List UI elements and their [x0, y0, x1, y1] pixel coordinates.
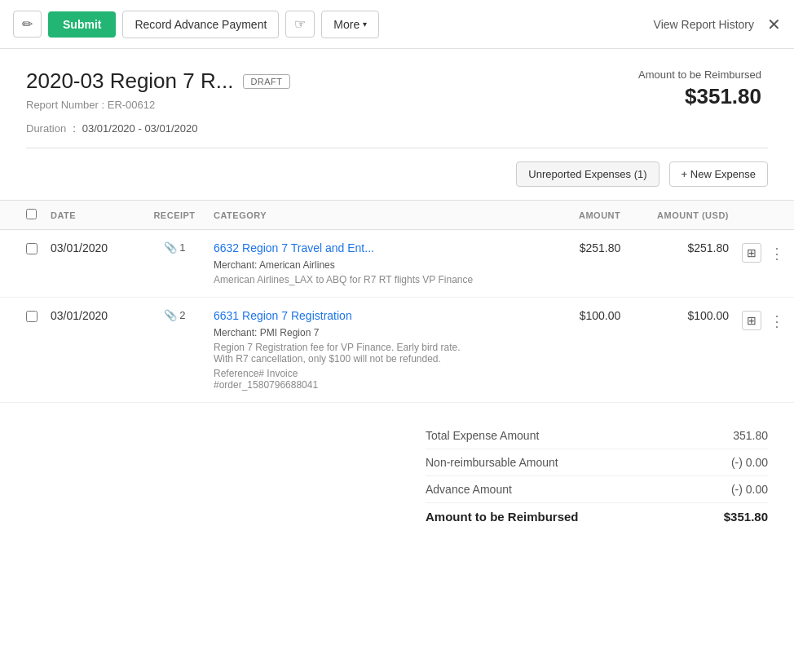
row2-description: Region 7 Registration fee for VP Finance… — [214, 342, 474, 365]
amount-header: AMOUNT — [557, 201, 627, 230]
toolbar: ✏ Submit Record Advance Payment ☞ More ▾… — [0, 0, 794, 49]
new-expense-button[interactable]: + New Expense — [669, 161, 768, 187]
row1-menu-button[interactable]: ⋮ — [766, 243, 787, 264]
row1-actions: ⊞ ⋮ — [735, 230, 794, 298]
unreported-expenses-button[interactable]: Unreported Expenses (1) — [516, 161, 659, 187]
action-bar: Unreported Expenses (1) + New Expense — [0, 148, 794, 200]
summary-reimbursed-value: $351.80 — [724, 510, 768, 524]
row1-expand-button[interactable]: ⊞ — [742, 243, 761, 263]
row1-action-icons: ⊞ ⋮ — [742, 241, 787, 264]
row2-category: 6631 Region 7 Registration Merchant: PMI… — [207, 298, 557, 403]
summary-advance-label: Advance Amount — [426, 483, 512, 496]
duration-separator: : — [73, 122, 76, 135]
table-row: 03/01/2020 📎 1 6632 Region 7 Travel and … — [0, 230, 794, 298]
amount-usd-header: AMOUNT (USD) — [627, 201, 735, 230]
expense-table: DATE RECEIPT CATEGORY AMOUNT AMOUNT (USD… — [0, 200, 794, 403]
row2-reference: Reference# Invoice #order_1580796688041 — [214, 368, 550, 391]
row1-merchant: Merchant: American Airlines — [214, 259, 550, 271]
row2-reference-value: #order_1580796688041 — [214, 379, 318, 391]
report-info: 2020-03 Region 7 R... DRAFT Report Numbe… — [26, 69, 638, 135]
more-button[interactable]: More ▾ — [321, 11, 379, 38]
record-payment-button[interactable]: Record Advance Payment — [122, 11, 279, 38]
close-button[interactable]: ✕ — [767, 15, 781, 34]
attachment-icon: 📎 — [164, 309, 177, 321]
row2-actions: ⊞ ⋮ — [735, 298, 794, 403]
summary-total-label: Total Expense Amount — [426, 429, 539, 442]
row1-receipt-count: 1 — [179, 241, 185, 254]
row2-amount-usd: $100.00 — [627, 298, 735, 403]
report-header: 2020-03 Region 7 R... DRAFT Report Numbe… — [0, 49, 794, 148]
toolbar-right: View Report History ✕ — [654, 15, 781, 34]
report-number-value: ER-00612 — [108, 99, 156, 111]
summary-row-advance: Advance Amount (-) 0.00 — [426, 476, 768, 503]
row2-receipt: 📎 2 — [142, 298, 207, 403]
row1-category: 6632 Region 7 Travel and Ent... Merchant… — [207, 230, 557, 298]
report-number: Report Number : ER-00612 — [26, 99, 638, 111]
row1-date: 03/01/2020 — [44, 230, 142, 298]
row1-checkbox[interactable] — [26, 243, 37, 254]
summary-nonreimbursable-value: (-) 0.00 — [731, 456, 768, 469]
row1-amount-usd: $251.80 — [627, 230, 735, 298]
summary-row-total: Total Expense Amount 351.80 — [426, 422, 768, 449]
summary-nonreimbursable-label: Non-reimbursable Amount — [426, 456, 558, 469]
summary-row-nonreimbursable: Non-reimbursable Amount (-) 0.00 — [426, 449, 768, 476]
summary-reimbursed-label: Amount to be Reimbursed — [426, 510, 579, 524]
expense-table-container: DATE RECEIPT CATEGORY AMOUNT AMOUNT (USD… — [0, 200, 794, 403]
more-label: More — [333, 18, 360, 31]
duration-value: 03/01/2020 - 03/01/2020 — [82, 122, 198, 135]
row1-amount: $251.80 — [557, 230, 627, 298]
chevron-down-icon: ▾ — [363, 20, 367, 29]
row2-action-icons: ⊞ ⋮ — [742, 309, 787, 332]
row2-checkbox[interactable] — [26, 311, 37, 322]
row2-expand-button[interactable]: ⊞ — [742, 311, 761, 330]
row1-description: American Airlines_LAX to ABQ for R7 RT f… — [214, 274, 474, 285]
row1-receipt: 📎 1 — [142, 230, 207, 298]
row2-amount: $100.00 — [557, 298, 627, 403]
row2-reference-label: Reference# Invoice — [214, 368, 298, 379]
row1-category-link[interactable]: 6632 Region 7 Travel and Ent... — [214, 241, 374, 254]
duration-label: Duration — [26, 122, 66, 135]
report-title: 2020-03 Region 7 R... — [26, 69, 233, 94]
summary-table: Total Expense Amount 351.80 Non-reimburs… — [426, 422, 768, 530]
reimbursement-box: Amount to be Reimbursed $351.80 — [638, 69, 768, 109]
hand-icon-button[interactable]: ☞ — [285, 11, 315, 38]
report-title-row: 2020-03 Region 7 R... DRAFT — [26, 69, 638, 94]
date-header: DATE — [44, 201, 142, 230]
row2-menu-button[interactable]: ⋮ — [766, 311, 787, 332]
summary-total-value: 351.80 — [733, 429, 768, 442]
receipt-header: RECEIPT — [142, 201, 207, 230]
table-body: 03/01/2020 📎 1 6632 Region 7 Travel and … — [0, 230, 794, 403]
select-all-checkbox[interactable] — [26, 209, 37, 219]
attachment-icon: 📎 — [164, 241, 177, 254]
category-header: CATEGORY — [207, 201, 557, 230]
actions-header — [735, 201, 794, 230]
report-duration: Duration : 03/01/2020 - 03/01/2020 — [26, 122, 638, 135]
select-all-header — [0, 201, 44, 230]
table-header: DATE RECEIPT CATEGORY AMOUNT AMOUNT (USD… — [0, 201, 794, 230]
row2-merchant: Merchant: PMI Region 7 — [214, 327, 550, 338]
report-number-separator: : — [102, 99, 108, 111]
row2-category-link[interactable]: 6631 Region 7 Registration — [214, 309, 352, 322]
row1-checkbox-cell — [0, 230, 44, 298]
reimbursement-label: Amount to be Reimbursed — [638, 69, 761, 81]
reimbursement-amount: $351.80 — [638, 84, 761, 109]
row2-date: 03/01/2020 — [44, 298, 142, 403]
summary-advance-value: (-) 0.00 — [731, 483, 768, 496]
report-number-label: Report Number — [26, 99, 99, 111]
submit-button[interactable]: Submit — [48, 11, 116, 38]
summary-section: Total Expense Amount 351.80 Non-reimburs… — [0, 403, 794, 550]
table-row: 03/01/2020 📎 2 6631 Region 7 Registratio… — [0, 298, 794, 403]
view-history-button[interactable]: View Report History — [654, 18, 754, 31]
summary-row-reimbursed: Amount to be Reimbursed $351.80 — [426, 503, 768, 530]
row2-checkbox-cell — [0, 298, 44, 403]
draft-badge: DRAFT — [243, 74, 289, 89]
row2-receipt-count: 2 — [179, 309, 185, 321]
edit-button[interactable]: ✏ — [13, 11, 42, 38]
